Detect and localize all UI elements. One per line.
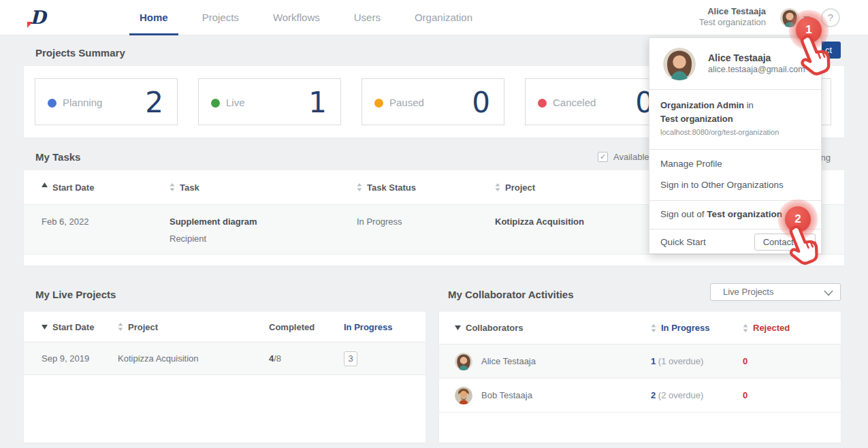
task-name[interactable]: Supplement diagram [170,217,357,227]
task-status: In Progress [357,205,495,254]
dropdown-user-name: Alice Testaaja [708,52,805,64]
card-label: Live [226,97,245,108]
col-task-status[interactable]: Task Status [357,182,495,193]
org-url: localhost:8080/org/test-organization [660,126,810,138]
my-live-projects-panel: Start Date Project Completed In Progress… [24,312,425,443]
chevron-down-icon [824,290,833,296]
col-collaborators[interactable]: Collaborators [455,323,651,333]
lp-in-progress-cell: 3 [344,351,425,366]
user-info[interactable]: Alice Testaaja Test organization [699,6,766,28]
task-role: Recipient [170,234,357,244]
col-lp-in-progress[interactable]: In Progress [344,322,425,332]
card-label: Planning [63,97,102,108]
col-ca-rejected[interactable]: Rejected [743,323,841,333]
collaborator-avatar [455,387,472,404]
canceled-dot [538,99,547,108]
col-lp-project[interactable]: Project [118,322,269,332]
collaborator-name: Alice Testaaja [481,356,536,366]
card-label: Paused [389,97,424,108]
live-project-row[interactable]: Sep 9, 2019 Kotipizza Acquisition 4/8 3 [24,342,425,375]
lp-completed: 4/8 [269,353,344,364]
dropdown-org-info: Organization Admin in Test organization … [649,90,821,150]
main-nav: Home Projects Workflows Users Organizati… [129,0,496,35]
select-value: Live Projects [723,287,773,297]
dashboard-page: D Home Projects Workflows Users Organiza… [0,0,868,448]
lp-in-progress-count[interactable]: 3 [344,351,357,366]
nav-users[interactable]: Users [344,0,391,35]
menu-item-manage-profile[interactable]: Manage Profile [649,153,821,174]
collaborator-avatar [455,353,472,370]
col-task[interactable]: Task [170,182,357,193]
nav-organization[interactable]: Organization [404,0,483,35]
logo-letter: D [30,7,46,28]
ca-rejected: 0 [743,390,841,400]
live-projects-table-header: Start Date Project Completed In Progress [24,312,425,342]
top-bar: D Home Projects Workflows Users Organiza… [0,0,868,35]
collaborator-row[interactable]: Alice Testaaja 1 (1 overdue) 0 [439,345,841,379]
available-checkbox[interactable]: ✓ [598,152,608,162]
filter-label-tail: ng [821,153,831,163]
user-name: Alice Testaaja [699,6,766,17]
col-ca-in-progress[interactable]: In Progress [651,323,743,333]
ca-in-progress: 1 (1 overdue) [651,356,743,366]
collaborators-table-header: Collaborators In Progress Rejected [439,312,841,345]
summary-card-canceled[interactable]: Canceled 0 [525,78,668,125]
card-value: 1 [308,79,327,126]
collaborator-cell: Bob Testaaja [455,387,651,404]
collaborator-activities-title: My Collaborator Activities [448,289,573,300]
collaborator-activities-panel: Collaborators In Progress Rejected Alice… [439,312,841,443]
live-dot [211,99,220,108]
nav-projects[interactable]: Projects [192,0,249,35]
card-value: 0 [472,79,490,126]
card-value: 2 [145,79,163,126]
dropdown-user-email: alice.testaaja@gmail.com [708,64,805,75]
task-project-name[interactable]: Kotipizza Acquisition [495,217,584,227]
col-start-date[interactable]: Start Date [42,182,170,193]
dropdown-items: Manage Profile Sign in to Other Organiza… [649,150,821,201]
nav-home[interactable]: Home [129,0,178,35]
collaborator-cell: Alice Testaaja [455,353,651,370]
ca-in-progress: 2 (2 overdue) [651,390,743,400]
dropdown-avatar [663,48,696,80]
paused-dot [374,99,383,108]
summary-card-paused[interactable]: Paused 0 [361,78,504,125]
col-lp-start-date[interactable]: Start Date [42,322,118,332]
available-filter[interactable]: ✓ Available [598,152,649,162]
lp-project: Kotipizza Acquisition [118,353,269,364]
my-tasks-title: My Tasks [35,151,80,163]
menu-item-sign-in-other-orgs[interactable]: Sign in to Other Organizations [649,174,821,195]
app-logo-icon[interactable]: D [27,5,48,30]
live-projects-select[interactable]: Live Projects [710,283,841,301]
org-name: Test organization [660,112,810,126]
task-name-cell: Supplement diagram Recipient [170,205,357,254]
org-role: Organization Admin [660,100,744,110]
my-live-projects-title: My Live Projects [35,289,116,300]
ca-rejected: 0 [743,356,841,366]
planning-dot [48,99,57,108]
card-label: Canceled [553,97,596,108]
summary-card-live[interactable]: Live 1 [198,78,341,125]
collaborator-name: Bob Testaaja [481,390,532,400]
lp-start-date: Sep 9, 2019 [42,353,118,364]
nav-workflows[interactable]: Workflows [263,0,330,35]
available-checkbox-label: Available [613,152,649,162]
menu-item-quick-start[interactable]: Quick Start [660,237,706,247]
summary-card-planning[interactable]: Planning 2 [35,78,178,125]
org-role-suffix: in [744,100,754,110]
col-lp-completed[interactable]: Completed [269,322,344,332]
user-organization: Test organization [699,17,766,28]
collaborator-row[interactable]: Bob Testaaja 2 (2 overdue) 0 [439,379,841,413]
task-start-date: Feb 6, 2022 [42,205,170,254]
projects-summary-title: Projects Summary [35,47,125,59]
